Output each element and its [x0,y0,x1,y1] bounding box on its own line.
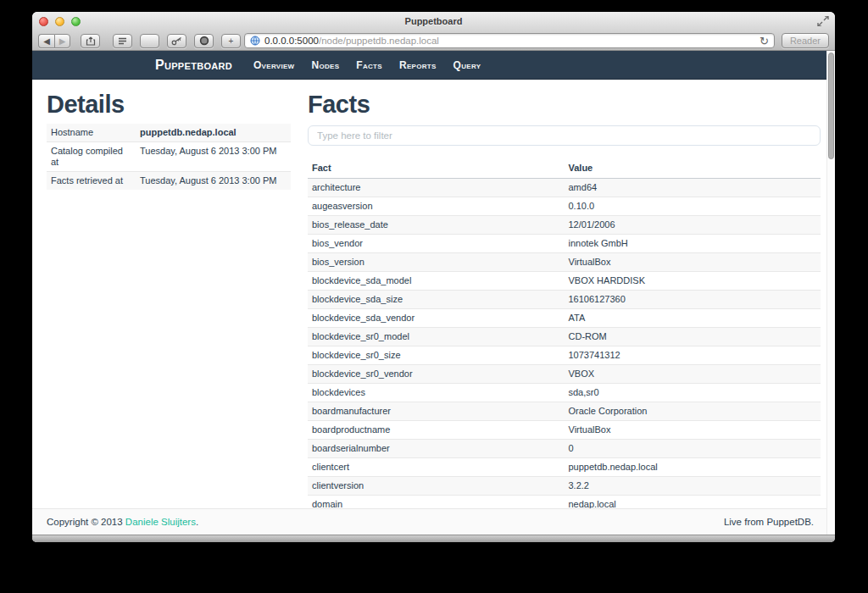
fact-value: Oracle Corporation [565,402,821,421]
fact-name: blockdevice_sr0_size [308,346,565,365]
fact-row: blockdevice_sr0_modelCD-ROM [308,328,821,346]
nav-item-facts[interactable]: Facts [356,59,382,71]
fact-value: 12/01/2006 [565,216,821,235]
fact-value: sda,sr0 [565,384,821,402]
details-label: Facts retrieved at [47,172,136,191]
desktop-background: Puppetboard ◀ ▶ [0,0,868,593]
facts-title: Facts [308,91,821,119]
fact-row: bios_versionVirtualBox [308,253,821,272]
url-path: /node/puppetdb.nedap.local [319,36,439,46]
details-label: Catalog compiled at [47,142,136,172]
forward-button[interactable]: ▶ [54,34,70,48]
fact-name: blockdevice_sda_model [308,272,565,291]
fact-row: bios_vendorinnotek GmbH [308,235,821,253]
fact-value: nedap.local [565,496,821,509]
window-title: Puppetboard [32,12,835,30]
author-link[interactable]: Daniele Sluijters [125,517,196,527]
key-icon [171,36,182,46]
fact-row: blockdevice_sda_size16106127360 [308,291,821,309]
fact-row: blockdevice_sda_modelVBOX HARDDISK [308,272,821,291]
details-row: Hostnamepuppetdb.nedap.local [47,124,291,142]
app-navbar: Puppetboard OverviewNodesFactsReportsQue… [32,51,826,80]
details-value: Tuesday, August 6 2013 3:00 PM [136,142,291,172]
fact-row: clientcertpuppetdb.nedap.local [308,458,821,477]
fact-row: boardserialnumber0 [308,440,821,458]
facts-table-head-row: FactValue [308,159,821,179]
navbar-links: OverviewNodesFactsReportsQuery [253,59,498,71]
facts-section: Facts FactValue architectureamd64augeasv… [308,80,821,508]
fact-value: 16106127360 [565,291,821,309]
fact-value: VBOX HARDDISK [565,272,821,291]
fact-name: clientcert [308,458,565,477]
fact-row: blockdevice_sr0_size1073741312 [308,346,821,365]
fact-name: boardmanufacturer [308,402,565,421]
reading-list-icon [118,37,127,45]
fact-name: blockdevice_sr0_model [308,328,565,346]
nav-item-reports[interactable]: Reports [399,59,437,71]
page-footer: Copyright © 2013 Daniele Sluijters. Live… [32,508,826,535]
fact-value: puppetdb.nedap.local [565,458,821,477]
scrollbar-track[interactable] [826,51,835,535]
fact-row: bios_release_date12/01/2006 [308,216,821,235]
fact-row: blockdevice_sr0_vendorVBOX [308,365,821,384]
fact-name: blockdevice_sda_size [308,291,565,309]
reading-list-button[interactable] [113,34,132,48]
blocker-extension-button[interactable] [194,34,214,48]
details-section: Details Hostnamepuppetdb.nedap.localCata… [47,80,291,508]
details-row: Catalog compiled atTuesday, August 6 201… [47,142,291,172]
fact-row: blockdevice_sda_vendorATA [308,309,821,328]
copyright-prefix: Copyright © 2013 [47,517,125,527]
share-button[interactable] [81,34,100,48]
browser-titlebar[interactable]: Puppetboard [32,12,835,30]
new-tab-button[interactable]: + [221,34,241,48]
main-content: Details Hostnamepuppetdb.nedap.localCata… [32,80,826,508]
copyright-suffix: . [196,517,198,527]
copyright-text: Copyright © 2013 Daniele Sluijters. [47,517,198,527]
fact-name: blockdevices [308,384,565,402]
fact-name: clientversion [308,477,565,496]
browser-chrome: Puppetboard ◀ ▶ [32,12,835,51]
fact-value: ATA [565,309,821,328]
reload-button[interactable]: ↻ [760,36,769,47]
fullscreen-icon[interactable] [817,16,829,26]
minimize-window-button[interactable] [55,17,64,26]
scrollbar-thumb[interactable] [828,53,834,159]
facts-table-body: architectureamd64augeasversion0.10.0bios… [308,179,821,509]
fact-name: augeasversion [308,197,565,216]
extension-blank-button[interactable] [140,34,159,48]
window-controls [39,17,81,26]
fact-value: 0.10.0 [565,197,821,216]
details-value: Tuesday, August 6 2013 3:00 PM [136,172,291,191]
fact-name: boardserialnumber [308,440,565,458]
fact-value: 3.2.2 [565,477,821,496]
address-bar[interactable]: 0.0.0.0:5000/node/puppetdb.nedap.local ↻ [244,33,775,48]
fact-name: blockdevice_sda_vendor [308,309,565,328]
fact-row: blockdevicessda,sr0 [308,384,821,402]
fact-name: blockdevice_sr0_vendor [308,365,565,384]
back-button[interactable]: ◀ [38,34,54,48]
nav-item-nodes[interactable]: Nodes [311,59,339,71]
reader-button[interactable]: Reader [782,33,829,48]
url-host: 0.0.0.0:5000 [264,36,319,46]
fact-row: clientversion3.2.2 [308,477,821,496]
fact-value: amd64 [565,179,821,197]
nav-item-overview[interactable]: Overview [253,59,294,71]
fact-value: VirtualBox [565,421,821,440]
fact-row: architectureamd64 [308,179,821,197]
fact-value: CD-ROM [565,328,821,346]
fact-name: bios_version [308,253,565,272]
close-window-button[interactable] [39,17,48,26]
browser-toolbar: ◀ ▶ [32,30,835,51]
fact-value: innotek GmbH [565,235,821,253]
page-viewport: Puppetboard OverviewNodesFactsReportsQue… [32,51,835,535]
fact-name: architecture [308,179,565,197]
details-title: Details [47,91,291,119]
facts-filter-input[interactable] [308,125,821,146]
nav-item-query[interactable]: Query [453,59,481,71]
fact-row: boardmanufacturerOracle Corporation [308,402,821,421]
password-extension-button[interactable] [167,34,186,48]
window-bottom-edge [32,535,835,542]
navbar-brand[interactable]: Puppetboard [155,58,232,73]
details-label: Hostname [47,124,136,142]
zoom-window-button[interactable] [71,17,81,26]
